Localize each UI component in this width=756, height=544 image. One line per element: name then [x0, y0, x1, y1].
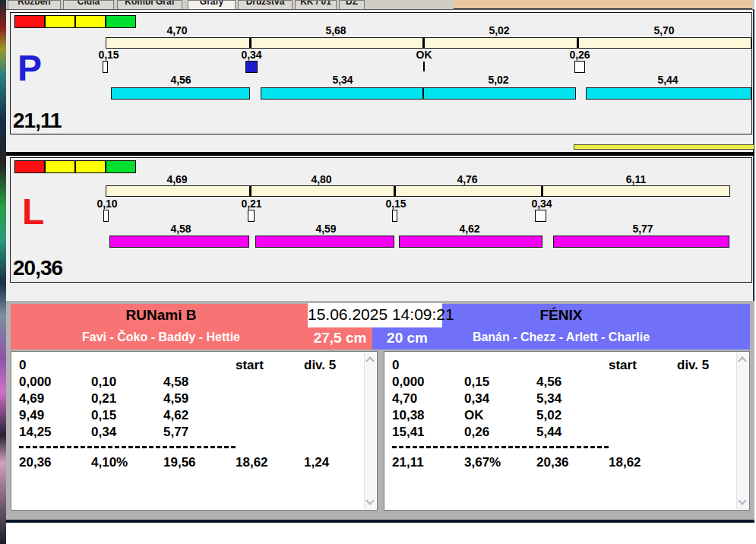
team-dogs: Favi - Čoko - Baddy - Hettie [11, 331, 312, 344]
tab-druzstva[interactable]: Družstva [238, 0, 293, 10]
table-row: 4,70 0,34 5,34 [384, 391, 749, 408]
change-marker [248, 210, 255, 222]
track-divider [577, 38, 579, 48]
legend-square-yellow [45, 15, 75, 28]
scroll-up-icon[interactable] [738, 356, 746, 365]
dog-time-label: 4,58 [150, 223, 211, 235]
dog-run-bar [553, 236, 729, 248]
dog-time-label: 5,77 [612, 223, 673, 235]
timestamp-box: 15.06.2025 14:09:21 [308, 303, 442, 327]
tab-grafy[interactable]: Grafy [188, 0, 236, 10]
table-row: 15,41 0,26 5,44 [384, 425, 749, 441]
track-divider [422, 38, 425, 48]
change-marker [103, 210, 109, 222]
dog-time-label: 5,02 [468, 74, 529, 86]
split-track-bar [106, 185, 730, 197]
tab-rozbeh[interactable]: Rozbeh [8, 0, 61, 10]
lane-total-time: 20,36 [13, 256, 62, 280]
tab-kk-01[interactable]: KK / 01 [295, 0, 337, 10]
change-marker [574, 61, 585, 73]
change-marker-selected [245, 61, 258, 73]
change-marker [392, 210, 397, 222]
result-table-left[interactable]: 0 start div. 5 0,000 0,10 4,58 4,69 0,21… [11, 351, 378, 511]
tab-cidla[interactable]: Cidla [63, 0, 114, 10]
change-marker [103, 61, 108, 73]
scroll-up-icon[interactable] [365, 356, 374, 365]
change-time-label: OK [401, 49, 447, 61]
timestamp: 15.06.2025 14:09:21 [308, 305, 442, 324]
table-header-row: 0 start div. 5 [384, 358, 749, 375]
change-marker-ok [423, 62, 425, 71]
table-totals-row: 21,11 3,67% 20,36 18,62 [384, 455, 749, 472]
split-time-label: 4,70 [147, 24, 207, 36]
dog-run-bar [586, 87, 751, 100]
lane-total-time: 21,11 [13, 109, 62, 133]
legend-square-yellow [75, 15, 106, 28]
track-divider [249, 38, 251, 48]
legend-square-green [106, 15, 136, 28]
dog-time-label: 4,59 [296, 223, 356, 235]
lane-letter: L [22, 195, 44, 229]
track-divider [394, 186, 396, 196]
change-time-label: 0,21 [229, 198, 274, 210]
change-time-label: 0,34 [229, 49, 274, 61]
totals-separator [392, 446, 609, 448]
dog-run-bar [399, 236, 542, 248]
progress-bar [574, 144, 754, 150]
app-window: Rozbeh Cidla Kombi Graf Grafy Družstva K… [6, 0, 754, 523]
dog-run-bar [255, 236, 394, 248]
table-row: 0,000 0,10 4,58 [11, 375, 377, 391]
track-divider [249, 186, 251, 196]
lane-panel-l: L 4,69 4,80 4,76 6,11 0,10 0,21 0,15 0,3… [10, 157, 752, 283]
jump-height-left: 27,5 cm [308, 327, 372, 349]
table-totals-row: 20,36 4,10% 19,56 18,62 1,24 [11, 455, 377, 472]
result-table-right[interactable]: 0 start div. 5 0,000 0,15 4,56 4,70 0,34… [384, 351, 750, 511]
change-time-label: 0,34 [519, 198, 565, 210]
dog-time-label: 4,56 [150, 74, 211, 86]
tab-dz[interactable]: DZ [339, 0, 365, 10]
scroll-down-icon[interactable] [365, 496, 374, 504]
dog-time-label: 5,34 [312, 74, 373, 86]
split-time-label: 5,68 [305, 24, 366, 36]
change-time-label: 0,15 [86, 49, 131, 61]
totals-separator [19, 446, 236, 448]
split-track-bar [106, 37, 751, 49]
table-row: 4,69 0,21 4,59 [11, 391, 377, 408]
table-row: 10,38 OK 5,02 [384, 408, 749, 425]
split-time-label: 5,70 [634, 24, 694, 36]
change-time-label: 0,26 [557, 49, 603, 61]
table-row: 9,49 0,15 4,62 [11, 408, 377, 425]
dog-run-bar [111, 87, 250, 100]
change-time-label: 0,10 [84, 198, 130, 210]
legend-square-red [14, 160, 45, 173]
jump-height-right: 20 cm [372, 327, 442, 349]
track-divider [541, 186, 543, 196]
table-row: 0,000 0,15 4,56 [384, 375, 749, 391]
split-time-label: 6,11 [606, 173, 666, 185]
dog-time-label: 5,44 [637, 74, 698, 86]
panel-divider [6, 152, 754, 156]
lane-panel-p: P 4,70 5,68 5,02 5,70 0,15 0,34 OK 0,26 … [10, 12, 752, 134]
legend-square-green [106, 160, 136, 173]
split-time-label: 4,69 [147, 173, 207, 185]
scroll-down-icon[interactable] [738, 496, 746, 504]
lane-letter: P [17, 51, 42, 86]
legend-square-yellow [75, 160, 106, 173]
dog-run-bar [109, 236, 249, 248]
tab-kombi-graf[interactable]: Kombi Graf [117, 0, 182, 10]
dog-time-label: 4,62 [439, 223, 500, 235]
split-time-label: 4,76 [437, 173, 498, 185]
team-name: RUNami B [11, 307, 312, 324]
table-scrollbar[interactable] [364, 353, 376, 509]
legend-square-yellow [45, 160, 75, 173]
table-scrollbar[interactable] [736, 353, 748, 509]
change-time-label: 0,15 [373, 198, 419, 210]
split-time-label: 5,02 [469, 24, 530, 36]
bar-divider [422, 88, 424, 99]
change-marker [535, 210, 546, 222]
table-header-row: 0 start div. 5 [11, 358, 377, 375]
desktop-edge-strip [0, 0, 6, 544]
background-window-strip [454, 0, 752, 9]
table-row: 14,25 0,34 5,77 [11, 425, 377, 441]
dog-run-bar [261, 87, 576, 100]
